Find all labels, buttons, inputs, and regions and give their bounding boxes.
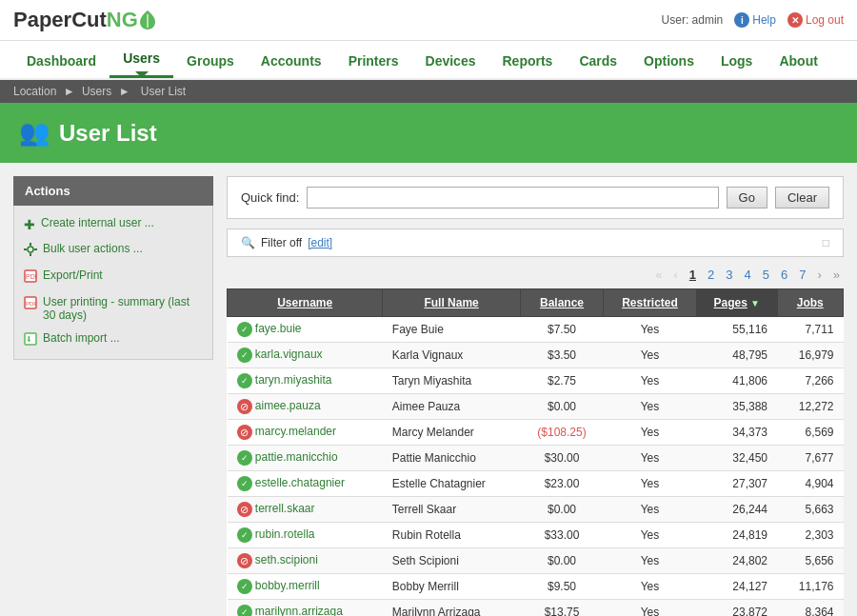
cell-pages: 32,450 [696, 446, 777, 471]
quick-find-bar: Quick find: Go Clear [227, 176, 844, 219]
pagination-page-6[interactable]: 6 [777, 267, 791, 283]
sort-fullname[interactable]: Full Name [424, 296, 478, 309]
sidebar-item-label: Bulk user actions ... [43, 242, 143, 255]
username-link[interactable]: karla.vignaux [255, 348, 323, 361]
cell-username: ✓ rubin.rotella [228, 523, 383, 548]
nav-item-logs[interactable]: Logs [708, 44, 766, 78]
cell-jobs: 7,266 [777, 368, 843, 394]
username-link[interactable]: rubin.rotella [255, 527, 315, 541]
nav-item-users[interactable]: Users [110, 41, 173, 78]
sort-jobs[interactable]: Jobs [797, 296, 824, 309]
sidebar-item-bulk-user[interactable]: Bulk user actions ... [14, 237, 212, 264]
help-button[interactable]: i Help [734, 12, 776, 28]
nav-item-accounts[interactable]: Accounts [248, 44, 335, 78]
nav-item-groups[interactable]: Groups [173, 44, 248, 78]
cell-username: ✓ karla.vignaux [228, 343, 383, 368]
pagination-page-4[interactable]: 4 [740, 267, 754, 283]
pagination-prev[interactable]: ‹ [669, 267, 681, 283]
cell-username: ✓ marilynn.arrizaga [228, 600, 383, 617]
username-link[interactable]: faye.buie [255, 322, 302, 335]
user-ok-icon: ✓ [237, 579, 252, 594]
go-button[interactable]: Go [727, 187, 767, 209]
sort-balance[interactable]: Balance [540, 296, 584, 309]
username-link[interactable]: pattie.manicchio [255, 450, 338, 464]
user-ok-icon: ✓ [237, 373, 252, 388]
pagination-first[interactable]: « [651, 267, 666, 283]
svg-rect-1 [30, 243, 31, 246]
cell-pages: 48,795 [696, 343, 777, 368]
pagination-next[interactable]: › [813, 267, 825, 283]
sidebar-body: ✚ Create internal user ... Bulk user act… [13, 206, 213, 360]
table-row: ⊘ seth.scipioni Seth Scipioni $0.00 Yes … [228, 548, 844, 574]
col-username: Username [228, 289, 383, 317]
svg-rect-2 [30, 253, 31, 256]
cell-username: ⊘ aimee.pauza [228, 394, 383, 420]
cell-jobs: 8,364 [777, 600, 843, 617]
cell-username: ✓ pattie.manicchio [228, 446, 383, 471]
username-link[interactable]: bobby.merrill [255, 579, 320, 592]
sidebar-item-label: Export/Print [43, 268, 103, 282]
cell-balance: $7.50 [520, 317, 603, 343]
nav-item-dashboard[interactable]: Dashboard [13, 44, 110, 78]
logo: PaperCutNG [13, 8, 155, 32]
cell-balance: $23.00 [520, 471, 603, 497]
cell-pages: 26,244 [696, 497, 777, 523]
table-row: ✓ rubin.rotella Rubin Rotella $33.00 Yes… [228, 523, 844, 548]
table-row: ✓ karla.vignaux Karla Vignaux $3.50 Yes … [228, 343, 844, 368]
logout-button[interactable]: ✕ Log out [787, 12, 844, 28]
cell-pages: 41,806 [696, 368, 777, 394]
pagination-page-1[interactable]: 1 [686, 267, 700, 283]
user-ok-icon: ✓ [237, 476, 252, 491]
breadcrumb-location[interactable]: Location [13, 85, 56, 98]
sidebar-item-printing-summary[interactable]: PDF User printing - summary (last 30 day… [14, 290, 212, 327]
cell-jobs: 6,569 [777, 420, 843, 446]
cell-fullname: Bobby Merrill [383, 574, 521, 600]
cell-balance: ($108.25) [520, 420, 603, 446]
pagination-page-3[interactable]: 3 [722, 267, 736, 283]
pagination-page-2[interactable]: 2 [704, 267, 718, 283]
main-layout: Actions ✚ Create internal user ... Bulk … [0, 163, 857, 616]
cell-balance: $33.00 [520, 523, 603, 548]
filter-collapse-icon[interactable]: □ [823, 236, 829, 249]
nav-item-reports[interactable]: Reports [488, 44, 566, 78]
pagination-page-7[interactable]: 7 [795, 267, 809, 283]
username-link[interactable]: taryn.miyashita [255, 373, 332, 387]
pagination-page-5[interactable]: 5 [759, 267, 773, 283]
table-row: ✓ estelle.chatagnier Estelle Chatagnier … [228, 471, 844, 497]
sidebar-item-create-user[interactable]: ✚ Create internal user ... [14, 211, 212, 237]
sidebar-item-export[interactable]: PDF Export/Print [14, 264, 212, 290]
nav-item-devices[interactable]: Devices [412, 44, 489, 78]
plus-icon: ✚ [24, 217, 35, 232]
sort-restricted[interactable]: Restricted [622, 296, 678, 309]
nav-item-options[interactable]: Options [630, 44, 708, 78]
breadcrumb: Location ► Users ► User List [0, 80, 857, 103]
pagination-last[interactable]: » [829, 267, 844, 283]
cell-pages: 24,819 [696, 523, 777, 548]
filter-edit-link[interactable]: [edit] [308, 236, 332, 249]
table-row: ⊘ aimee.pauza Aimee Pauza $0.00 Yes 35,3… [228, 394, 844, 420]
filter-status: Filter off [261, 236, 302, 249]
username-link[interactable]: marcy.melander [255, 425, 336, 438]
sort-username[interactable]: Username [277, 296, 332, 309]
sidebar-item-batch-import[interactable]: ⬇ Batch import ... [14, 327, 212, 353]
sort-pages[interactable]: Pages [714, 296, 747, 309]
page-header: 👥 User List [0, 103, 857, 163]
username-link[interactable]: estelle.chatagnier [255, 476, 345, 489]
username-link[interactable]: marilynn.arrizaga [255, 605, 343, 616]
username-link[interactable]: aimee.pauza [255, 399, 321, 412]
user-ok-icon: ✓ [237, 322, 252, 337]
nav-item-cards[interactable]: Cards [566, 44, 630, 78]
table-row: ⊘ marcy.melander Marcy Melander ($108.25… [228, 420, 844, 446]
nav-item-printers[interactable]: Printers [335, 44, 412, 78]
quick-find-input[interactable] [307, 187, 718, 209]
page-header-icon: 👥 [19, 118, 50, 148]
summary-icon: PDF [24, 296, 37, 312]
breadcrumb-users[interactable]: Users [82, 85, 111, 98]
username-link[interactable]: terrell.skaar [255, 502, 315, 515]
cell-restricted: Yes [604, 523, 697, 548]
clear-button[interactable]: Clear [775, 187, 829, 209]
cell-restricted: Yes [604, 471, 697, 497]
nav-item-about[interactable]: About [766, 44, 830, 78]
svg-text:PDF: PDF [26, 273, 37, 280]
username-link[interactable]: seth.scipioni [255, 553, 318, 566]
